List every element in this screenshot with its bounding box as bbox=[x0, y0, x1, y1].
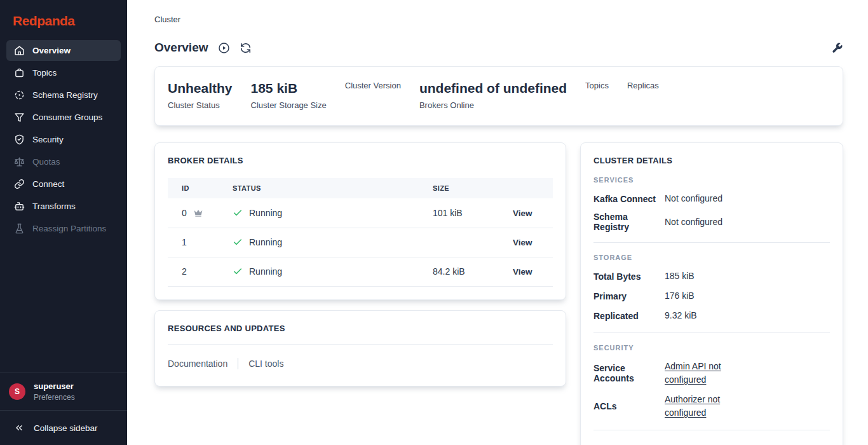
broker-id: 0 bbox=[182, 208, 187, 218]
detail-row: Total Bytes185 kiB bbox=[593, 270, 830, 283]
sidebar-item-schema-registry[interactable]: Schema Registry bbox=[6, 85, 121, 106]
section-heading: SERVICES bbox=[593, 176, 830, 184]
broker-id: 1 bbox=[182, 237, 187, 247]
collapse-sidebar-label: Collapse sidebar bbox=[34, 423, 98, 433]
avatar: S bbox=[9, 383, 25, 400]
crown-icon bbox=[193, 208, 203, 218]
stat-cluster-status: UnhealthyCluster Status bbox=[168, 81, 233, 110]
column-header-id: ID bbox=[168, 178, 233, 198]
stat-label: Cluster Storage Size bbox=[251, 100, 327, 110]
sidebar-item-quotas: Quotas bbox=[6, 151, 121, 172]
robot-icon bbox=[14, 201, 25, 212]
detail-label: Service Accounts bbox=[593, 363, 665, 383]
detail-label: ACLs bbox=[593, 401, 665, 411]
broker-table-header: ID STATUS SIZE bbox=[168, 178, 553, 198]
resources-title: RESOURCES AND UPDATES bbox=[168, 324, 553, 333]
main-content: Cluster Overview UnhealthyCluster Status… bbox=[127, 0, 868, 445]
sidebar-item-label: Schema Registry bbox=[32, 90, 98, 100]
sidebar-item-consumer-groups[interactable]: Consumer Groups bbox=[6, 107, 121, 128]
sidebar-item-security[interactable]: Security bbox=[6, 129, 121, 150]
broker-table: ID STATUS SIZE 0Running101 kiBView1Runni… bbox=[168, 178, 553, 287]
detail-row: Kafka ConnectNot configured bbox=[593, 192, 830, 205]
collapse-sidebar-button[interactable]: Collapse sidebar bbox=[0, 410, 127, 445]
sidebar-item-connect[interactable]: Connect bbox=[6, 174, 121, 195]
check-icon bbox=[233, 208, 243, 218]
broker-row: 2Running84.2 kiBView bbox=[168, 257, 553, 286]
detail-label: Schema Registry bbox=[593, 212, 665, 232]
stat-label: Cluster Status bbox=[168, 100, 233, 110]
view-broker-link[interactable]: View bbox=[501, 209, 532, 218]
stat-label: Brokers Online bbox=[419, 100, 567, 110]
user-name: superuser bbox=[34, 381, 75, 391]
user-preferences-label[interactable]: Preferences bbox=[34, 393, 75, 402]
check-icon bbox=[233, 237, 243, 247]
cluster-details-body: SERVICESKafka ConnectNot configuredSchem… bbox=[593, 176, 830, 430]
stat-label: Replicas bbox=[627, 81, 659, 90]
sidebar-item-transforms[interactable]: Transforms bbox=[6, 196, 121, 217]
broker-size bbox=[433, 228, 501, 257]
broker-size: 101 kiB bbox=[433, 198, 501, 228]
detail-value: Not configured bbox=[665, 192, 722, 205]
sidebar-item-label: Overview bbox=[32, 46, 71, 55]
sidebar-item-label: Topics bbox=[32, 68, 57, 78]
resource-link-documentation[interactable]: Documentation bbox=[168, 359, 227, 369]
sidebar: Redpanda OverviewTopicsSchema RegistryCo… bbox=[0, 0, 127, 445]
broker-size: 84.2 kiB bbox=[433, 257, 501, 286]
stat-label: Topics bbox=[585, 81, 609, 90]
details-section-services: SERVICESKafka ConnectNot configuredSchem… bbox=[593, 176, 830, 243]
user-menu[interactable]: S superuser Preferences bbox=[0, 373, 127, 410]
broker-row: 1RunningView bbox=[168, 228, 553, 257]
breadcrumb[interactable]: Cluster bbox=[154, 15, 843, 24]
detail-value: 9.32 kiB bbox=[665, 309, 697, 322]
detail-row: Replicated9.32 kiB bbox=[593, 309, 830, 322]
detail-label: Kafka Connect bbox=[593, 194, 665, 204]
refresh-icon[interactable] bbox=[240, 42, 252, 54]
content-columns: BROKER DETAILS ID STATUS SIZE 0Running10… bbox=[154, 142, 843, 445]
resources-links: DocumentationCLI tools bbox=[168, 358, 553, 369]
resource-link-cli-tools[interactable]: CLI tools bbox=[248, 359, 283, 369]
details-section-security: SECURITYService AccountsAdmin API not co… bbox=[593, 344, 830, 430]
schema-icon bbox=[14, 90, 25, 100]
box-icon bbox=[14, 67, 25, 78]
stat-replicas: Replicas bbox=[627, 81, 659, 90]
wrench-icon[interactable] bbox=[831, 42, 843, 54]
detail-row: Primary176 kiB bbox=[593, 289, 830, 303]
broker-status: Running bbox=[249, 237, 282, 247]
cluster-details-card: CLUSTER DETAILS SERVICESKafka ConnectNot… bbox=[580, 142, 843, 445]
sidebar-item-label: Transforms bbox=[32, 202, 76, 211]
view-broker-link[interactable]: View bbox=[501, 267, 532, 277]
link-icon bbox=[14, 179, 25, 189]
chevrons-left-icon bbox=[14, 423, 24, 433]
sidebar-nav: OverviewTopicsSchema RegistryConsumer Gr… bbox=[0, 39, 127, 240]
broker-details-title: BROKER DETAILS bbox=[168, 156, 553, 165]
shield-icon bbox=[14, 134, 25, 145]
broker-details-card: BROKER DETAILS ID STATUS SIZE 0Running10… bbox=[154, 142, 566, 300]
divider bbox=[593, 332, 830, 333]
filter-icon bbox=[14, 112, 25, 123]
sidebar-item-overview[interactable]: Overview bbox=[6, 40, 121, 61]
title-row: Overview bbox=[154, 41, 843, 54]
stat-value: 185 kiB bbox=[251, 81, 327, 96]
detail-label: Total Bytes bbox=[593, 271, 665, 282]
detail-value-link[interactable]: Admin API not configured bbox=[665, 360, 742, 387]
sidebar-item-label: Quotas bbox=[32, 157, 60, 167]
stat-label: Cluster Version bbox=[345, 81, 401, 90]
view-broker-link[interactable]: View bbox=[501, 238, 532, 247]
resources-card: RESOURCES AND UPDATES DocumentationCLI t… bbox=[154, 310, 566, 387]
sidebar-item-label: Consumer Groups bbox=[32, 113, 102, 122]
broker-id: 2 bbox=[182, 266, 187, 277]
section-heading: SECURITY bbox=[593, 344, 830, 352]
detail-label: Primary bbox=[593, 291, 665, 301]
play-circle-icon[interactable] bbox=[218, 42, 230, 54]
detail-row: Service AccountsAdmin API not configured bbox=[593, 360, 830, 387]
detail-row: Schema RegistryNot configured bbox=[593, 212, 830, 232]
column-header-actions bbox=[501, 178, 553, 198]
column-header-status: STATUS bbox=[233, 178, 433, 198]
detail-value-link[interactable]: Authorizer not configured bbox=[665, 393, 742, 420]
home-icon bbox=[14, 45, 25, 56]
sidebar-item-topics[interactable]: Topics bbox=[6, 62, 121, 83]
broker-row: 0Running101 kiBView bbox=[168, 198, 553, 228]
sidebar-item-label: Security bbox=[32, 135, 64, 144]
broker-status: Running bbox=[249, 208, 282, 218]
detail-value: Not configured bbox=[665, 216, 722, 229]
